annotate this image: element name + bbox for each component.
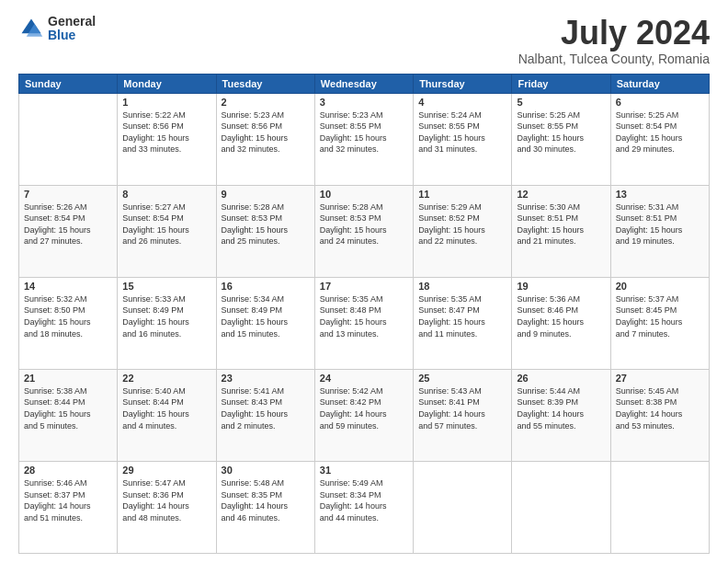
logo: General Blue xyxy=(18,15,96,43)
calendar-day-17: 17Sunrise: 5:35 AM Sunset: 8:48 PM Dayli… xyxy=(314,277,413,369)
calendar-empty-cell xyxy=(19,93,118,185)
calendar-week-row: 14Sunrise: 5:32 AM Sunset: 8:50 PM Dayli… xyxy=(19,277,710,369)
day-number: 18 xyxy=(418,281,506,292)
calendar-empty-cell xyxy=(512,461,610,553)
day-number: 22 xyxy=(122,373,210,384)
calendar-day-14: 14Sunrise: 5:32 AM Sunset: 8:50 PM Dayli… xyxy=(19,277,118,369)
day-info: Sunrise: 5:23 AM Sunset: 8:56 PM Dayligh… xyxy=(222,109,310,155)
day-number: 28 xyxy=(24,465,112,476)
calendar-day-22: 22Sunrise: 5:40 AM Sunset: 8:44 PM Dayli… xyxy=(118,369,216,461)
day-info: Sunrise: 5:47 AM Sunset: 8:36 PM Dayligh… xyxy=(122,477,210,523)
calendar-day-5: 5Sunrise: 5:25 AM Sunset: 8:55 PM Daylig… xyxy=(512,93,610,185)
day-number: 4 xyxy=(418,97,506,108)
day-number: 3 xyxy=(320,97,408,108)
day-number: 1 xyxy=(122,97,210,108)
header-day-friday: Friday xyxy=(512,74,610,93)
calendar-day-3: 3Sunrise: 5:23 AM Sunset: 8:55 PM Daylig… xyxy=(314,93,413,185)
calendar-week-row: 21Sunrise: 5:38 AM Sunset: 8:44 PM Dayli… xyxy=(19,369,710,461)
day-number: 11 xyxy=(418,189,506,200)
day-info: Sunrise: 5:34 AM Sunset: 8:49 PM Dayligh… xyxy=(222,293,310,339)
day-number: 10 xyxy=(320,189,408,200)
calendar-day-31: 31Sunrise: 5:49 AM Sunset: 8:34 PM Dayli… xyxy=(314,461,413,553)
day-info: Sunrise: 5:42 AM Sunset: 8:42 PM Dayligh… xyxy=(320,385,408,431)
calendar-day-29: 29Sunrise: 5:47 AM Sunset: 8:36 PM Dayli… xyxy=(118,461,216,553)
day-info: Sunrise: 5:22 AM Sunset: 8:56 PM Dayligh… xyxy=(122,109,210,155)
calendar-day-15: 15Sunrise: 5:33 AM Sunset: 8:49 PM Dayli… xyxy=(118,277,216,369)
calendar-week-row: 1Sunrise: 5:22 AM Sunset: 8:56 PM Daylig… xyxy=(19,93,710,185)
calendar-day-24: 24Sunrise: 5:42 AM Sunset: 8:42 PM Dayli… xyxy=(314,369,413,461)
day-info: Sunrise: 5:35 AM Sunset: 8:47 PM Dayligh… xyxy=(418,293,506,339)
day-info: Sunrise: 5:30 AM Sunset: 8:51 PM Dayligh… xyxy=(517,201,605,247)
logo-general: General xyxy=(48,15,96,29)
calendar-day-26: 26Sunrise: 5:44 AM Sunset: 8:39 PM Dayli… xyxy=(512,369,610,461)
calendar-day-25: 25Sunrise: 5:43 AM Sunset: 8:41 PM Dayli… xyxy=(414,369,512,461)
calendar: SundayMondayTuesdayWednesdayThursdayFrid… xyxy=(18,74,710,554)
day-info: Sunrise: 5:38 AM Sunset: 8:44 PM Dayligh… xyxy=(24,385,112,431)
day-number: 14 xyxy=(24,281,112,292)
calendar-day-20: 20Sunrise: 5:37 AM Sunset: 8:45 PM Dayli… xyxy=(610,277,709,369)
header-day-thursday: Thursday xyxy=(414,74,512,93)
calendar-day-2: 2Sunrise: 5:23 AM Sunset: 8:56 PM Daylig… xyxy=(216,93,314,185)
calendar-day-30: 30Sunrise: 5:48 AM Sunset: 8:35 PM Dayli… xyxy=(216,461,314,553)
day-number: 9 xyxy=(222,189,310,200)
day-number: 27 xyxy=(616,373,704,384)
day-info: Sunrise: 5:45 AM Sunset: 8:38 PM Dayligh… xyxy=(616,385,704,431)
calendar-day-18: 18Sunrise: 5:35 AM Sunset: 8:47 PM Dayli… xyxy=(414,277,512,369)
day-number: 19 xyxy=(517,281,605,292)
title-block: July 2024 Nalbant, Tulcea County, Romani… xyxy=(518,15,710,66)
day-info: Sunrise: 5:33 AM Sunset: 8:49 PM Dayligh… xyxy=(122,293,210,339)
calendar-day-10: 10Sunrise: 5:28 AM Sunset: 8:53 PM Dayli… xyxy=(314,185,413,277)
day-number: 31 xyxy=(320,465,408,476)
day-info: Sunrise: 5:49 AM Sunset: 8:34 PM Dayligh… xyxy=(320,477,408,523)
calendar-day-21: 21Sunrise: 5:38 AM Sunset: 8:44 PM Dayli… xyxy=(19,369,118,461)
calendar-week-row: 7Sunrise: 5:26 AM Sunset: 8:54 PM Daylig… xyxy=(19,185,710,277)
day-info: Sunrise: 5:28 AM Sunset: 8:53 PM Dayligh… xyxy=(320,201,408,247)
header-day-sunday: Sunday xyxy=(19,74,118,93)
day-number: 16 xyxy=(222,281,310,292)
day-number: 15 xyxy=(122,281,210,292)
logo-text: General Blue xyxy=(48,15,96,43)
day-info: Sunrise: 5:25 AM Sunset: 8:55 PM Dayligh… xyxy=(517,109,605,155)
day-info: Sunrise: 5:36 AM Sunset: 8:46 PM Dayligh… xyxy=(517,293,605,339)
day-number: 13 xyxy=(616,189,704,200)
calendar-day-1: 1Sunrise: 5:22 AM Sunset: 8:56 PM Daylig… xyxy=(118,93,216,185)
day-info: Sunrise: 5:48 AM Sunset: 8:35 PM Dayligh… xyxy=(222,477,310,523)
logo-blue: Blue xyxy=(48,29,96,42)
day-number: 25 xyxy=(418,373,506,384)
day-number: 6 xyxy=(616,97,704,108)
day-number: 21 xyxy=(24,373,112,384)
page: General Blue July 2024 Nalbant, Tulcea C… xyxy=(0,0,728,563)
day-info: Sunrise: 5:41 AM Sunset: 8:43 PM Dayligh… xyxy=(222,385,310,431)
calendar-empty-cell xyxy=(414,461,512,553)
calendar-day-11: 11Sunrise: 5:29 AM Sunset: 8:52 PM Dayli… xyxy=(414,185,512,277)
calendar-week-row: 28Sunrise: 5:46 AM Sunset: 8:37 PM Dayli… xyxy=(19,461,710,553)
header-day-monday: Monday xyxy=(118,74,216,93)
day-info: Sunrise: 5:26 AM Sunset: 8:54 PM Dayligh… xyxy=(24,201,112,247)
logo-icon xyxy=(18,16,44,41)
calendar-day-16: 16Sunrise: 5:34 AM Sunset: 8:49 PM Dayli… xyxy=(216,277,314,369)
day-number: 8 xyxy=(122,189,210,200)
day-info: Sunrise: 5:24 AM Sunset: 8:55 PM Dayligh… xyxy=(418,109,506,155)
calendar-day-8: 8Sunrise: 5:27 AM Sunset: 8:54 PM Daylig… xyxy=(118,185,216,277)
day-info: Sunrise: 5:25 AM Sunset: 8:54 PM Dayligh… xyxy=(616,109,704,155)
calendar-day-13: 13Sunrise: 5:31 AM Sunset: 8:51 PM Dayli… xyxy=(610,185,709,277)
day-number: 26 xyxy=(517,373,605,384)
day-info: Sunrise: 5:29 AM Sunset: 8:52 PM Dayligh… xyxy=(418,201,506,247)
header: General Blue July 2024 Nalbant, Tulcea C… xyxy=(18,15,710,66)
calendar-day-4: 4Sunrise: 5:24 AM Sunset: 8:55 PM Daylig… xyxy=(414,93,512,185)
day-number: 12 xyxy=(517,189,605,200)
day-info: Sunrise: 5:37 AM Sunset: 8:45 PM Dayligh… xyxy=(616,293,704,339)
calendar-day-6: 6Sunrise: 5:25 AM Sunset: 8:54 PM Daylig… xyxy=(610,93,709,185)
day-info: Sunrise: 5:44 AM Sunset: 8:39 PM Dayligh… xyxy=(517,385,605,431)
day-info: Sunrise: 5:46 AM Sunset: 8:37 PM Dayligh… xyxy=(24,477,112,523)
calendar-empty-cell xyxy=(610,461,709,553)
day-number: 30 xyxy=(222,465,310,476)
day-number: 2 xyxy=(222,97,310,108)
day-number: 23 xyxy=(222,373,310,384)
day-number: 24 xyxy=(320,373,408,384)
day-info: Sunrise: 5:27 AM Sunset: 8:54 PM Dayligh… xyxy=(122,201,210,247)
day-number: 5 xyxy=(517,97,605,108)
day-info: Sunrise: 5:31 AM Sunset: 8:51 PM Dayligh… xyxy=(616,201,704,247)
calendar-day-23: 23Sunrise: 5:41 AM Sunset: 8:43 PM Dayli… xyxy=(216,369,314,461)
calendar-day-7: 7Sunrise: 5:26 AM Sunset: 8:54 PM Daylig… xyxy=(19,185,118,277)
